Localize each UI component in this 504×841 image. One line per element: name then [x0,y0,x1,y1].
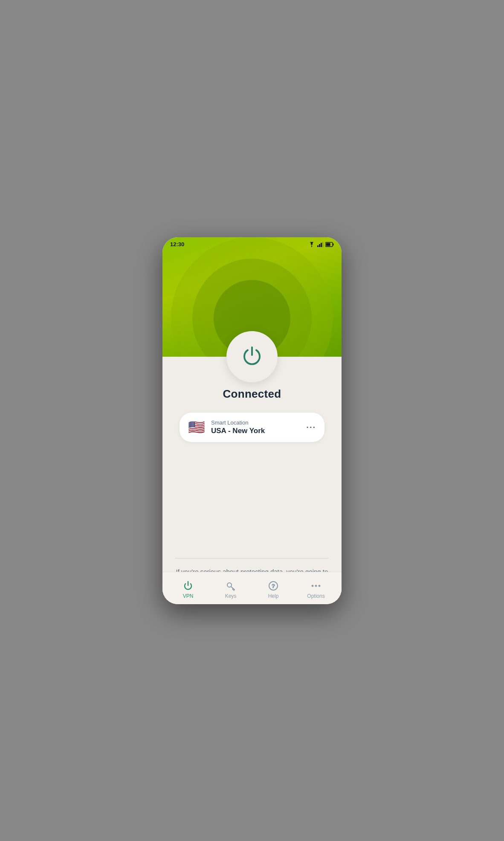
more-options-dots[interactable]: ··· [306,422,316,432]
keys-label: Keys [225,593,237,599]
svg-rect-6 [333,243,334,245]
svg-text:?: ? [272,583,275,589]
svg-rect-2 [319,244,320,247]
bottom-nav: VPN Keys ? [162,572,342,604]
options-label: Options [307,593,324,599]
phone-frame: 12:30 [162,237,342,604]
nav-item-vpn[interactable]: VPN [167,577,209,599]
connection-status: Connected [223,387,281,401]
nav-item-options[interactable]: Options [295,577,337,599]
svg-point-0 [311,246,312,247]
nav-item-help[interactable]: ? Help [252,577,295,599]
battery-icon [325,242,334,247]
power-button-inner [231,335,273,378]
country-flag: 🇺🇸 [188,420,205,434]
divider [175,558,329,559]
nav-item-keys[interactable]: Keys [209,577,252,599]
status-icons [308,242,334,247]
location-left: 🇺🇸 Smart Location USA - New York [188,419,265,435]
svg-rect-3 [321,243,322,247]
location-card[interactable]: 🇺🇸 Smart Location USA - New York ··· [180,413,324,442]
vpn-label: VPN [183,593,194,599]
location-text: Smart Location USA - New York [211,419,265,435]
status-bar: 12:30 [162,237,342,249]
location-name: USA - New York [211,427,265,435]
signal-icon [317,242,323,247]
svg-rect-1 [317,245,319,247]
status-time: 12:30 [170,241,184,247]
bottom-section: Connected 🇺🇸 Smart Location USA - New Yo… [162,357,342,604]
wifi-icon [308,242,315,247]
keys-icon [225,580,236,591]
location-label: Smart Location [211,419,265,426]
options-icon [310,580,322,591]
help-label: Help [268,593,279,599]
svg-rect-4 [322,242,323,247]
svg-rect-7 [326,243,330,246]
help-icon: ? [268,580,279,591]
svg-point-16 [312,585,313,587]
svg-point-17 [315,585,317,587]
power-icon [240,344,264,370]
svg-point-18 [319,585,320,587]
power-button[interactable] [226,331,278,382]
vpn-icon [182,580,194,591]
